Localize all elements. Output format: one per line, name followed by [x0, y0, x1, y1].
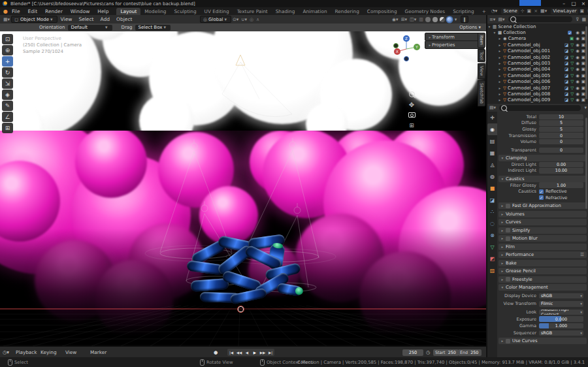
properties-editor-icon[interactable]: ▤▾	[489, 105, 496, 110]
section-checkbox[interactable]	[506, 204, 510, 208]
section-curves[interactable]: ▸Curves	[498, 219, 587, 225]
gizmos-dropdown-icon[interactable]: ⊞▾	[401, 17, 407, 22]
chevron-icon[interactable]: ▸	[498, 56, 502, 59]
xray-toggle-icon[interactable]: ▥	[419, 17, 423, 22]
chevron-down-icon[interactable]: ▾	[584, 105, 587, 110]
mode-dropdown[interactable]: ◻ Object Mode ▾	[11, 16, 57, 23]
properties-tab-particles[interactable]: ∴	[487, 206, 497, 217]
workspace-tab-scripting[interactable]: Scripting	[449, 8, 478, 15]
preset-menu-icon[interactable]: ☰	[580, 252, 584, 257]
proportional-falloff-icon[interactable]: ∧	[256, 17, 259, 22]
chevron-icon[interactable]: ▸	[498, 43, 502, 47]
next-keyframe-button[interactable]: ▶▶	[259, 349, 267, 356]
timeline-menu-playback[interactable]: Playback	[16, 347, 37, 358]
properties-tab-object[interactable]: ■	[487, 182, 497, 194]
outliner-editor-icon[interactable]: ≡▾	[489, 17, 495, 22]
properties-tab-world[interactable]: ◍	[487, 170, 497, 182]
viewport-zoom-button[interactable]	[406, 89, 417, 99]
section-performance[interactable]: ▸Performance☰	[498, 251, 587, 258]
view-layer-selector[interactable]: ViewLayer	[551, 8, 578, 14]
tool-scale-button[interactable]: ⇲	[2, 78, 13, 89]
outliner-row-canmodel_obj-001[interactable]: ▸▽Canmodel_obj.001◪▽◉▣	[487, 48, 588, 54]
play-reverse-button[interactable]: ◀	[243, 349, 251, 356]
outliner-row-canmodel_obj-009[interactable]: ▸▽Canmodel_obj.009◪▽◉▣	[487, 97, 588, 103]
tool-rotate-button[interactable]: ↻	[2, 67, 13, 78]
editor-type-icon[interactable]: ▦▾	[3, 17, 10, 22]
hide-eye-icon[interactable]: ◉	[576, 36, 580, 41]
section-checkbox[interactable]	[506, 228, 510, 232]
navigation-gizmo[interactable]: Z Y X	[391, 33, 422, 64]
minimize-button[interactable]: –	[559, 1, 568, 7]
workspace-tab-uv-editing[interactable]: UV Editing	[201, 8, 233, 15]
modifier-icon[interactable]: ◪	[564, 86, 568, 91]
shading-wireframe-icon[interactable]	[425, 17, 431, 22]
chevron-icon[interactable]: ▸	[498, 74, 502, 78]
current-frame-field[interactable]: 250	[402, 349, 423, 356]
sidebar-tab-sketchfab[interactable]: Sketchfab	[478, 80, 485, 106]
outliner-row-canmodel_obj[interactable]: ▸▽Canmodel_obj◪▽◉▣	[487, 42, 588, 48]
workspace-tab-animation[interactable]: Animation	[299, 8, 331, 15]
menu-help[interactable]: Help	[93, 8, 112, 14]
tool-transform-button[interactable]: ◈	[2, 89, 13, 100]
pin-icon[interactable]: ⊹	[521, 8, 525, 14]
section-freestyle[interactable]: ▸Freestyle	[498, 276, 587, 283]
prop-value-field[interactable]: 0	[539, 133, 583, 138]
overlays-dropdown-icon[interactable]: ◫▾	[410, 17, 416, 22]
visibility-dropdown-icon[interactable]: ◉▾	[392, 17, 399, 22]
properties-panel-collapsed[interactable]: ▸ Properties	[425, 40, 485, 49]
tool-move-button[interactable]: +	[2, 56, 13, 67]
shading-dropdown-icon[interactable]: ▾	[455, 17, 457, 22]
prop-value-field[interactable]: 0	[539, 148, 583, 153]
play-button[interactable]: ▶	[251, 349, 259, 356]
outliner-scrollbar[interactable]	[585, 26, 587, 99]
pivot-point-icon[interactable]: ⊙▾	[233, 17, 238, 22]
tool-annotate-button[interactable]: ✎	[2, 101, 13, 111]
checkbox[interactable]: ✓	[539, 195, 544, 200]
viewport-pan-button[interactable]: ✥	[406, 99, 417, 110]
modifier-icon[interactable]: ◪	[564, 48, 568, 54]
properties-search-input[interactable]	[499, 105, 581, 111]
modifier-icon[interactable]: ◪	[564, 55, 568, 60]
outliner-row-root[interactable]: ▾▥Scene Collection	[487, 24, 588, 29]
hide-eye-icon[interactable]: ◉	[576, 97, 580, 103]
outliner-row-canmodel_obj-007[interactable]: ▸▽Canmodel_obj.007◪▽◉▣	[487, 85, 588, 91]
hide-eye-icon[interactable]: ◉	[576, 91, 580, 97]
viewport-3d[interactable]: User Perspective (250) Collection | Came…	[0, 31, 486, 346]
collection-checkbox[interactable]: ✓	[568, 31, 572, 35]
outliner-row-canmodel_obj-004[interactable]: ▸▽Canmodel_obj.004◪▽◉▣	[487, 67, 588, 72]
pause-render-button[interactable]: ‖	[461, 16, 468, 23]
outliner-row-collection[interactable]: ▾▦Collection✓◉▣	[487, 29, 588, 35]
delete-scene-icon[interactable]: ×	[534, 8, 538, 14]
chevron-icon[interactable]: ▸	[498, 86, 502, 90]
transform-orientation-dropdown[interactable]: ◎ Global ▾	[200, 16, 231, 23]
workspace-tab-geometry-nodes[interactable]: Geometry Nodes	[401, 8, 449, 15]
prop-value-field[interactable]: 10	[539, 114, 583, 120]
checkbox[interactable]: ✓	[539, 189, 544, 194]
sidebar-tab-tool[interactable]: Tool	[478, 49, 485, 63]
outliner-row-canmodel_obj-006[interactable]: ▸▽Canmodel_obj.006◪▽◉▣	[487, 79, 588, 85]
section-checkbox[interactable]	[506, 339, 510, 343]
section-fast-gi-approximation[interactable]: ▸Fast GI Approximation	[498, 202, 587, 209]
select-field[interactable]: Filmic▾	[539, 301, 583, 307]
chevron-icon[interactable]: ▸	[498, 67, 502, 71]
viewport-menu-select[interactable]: Select	[75, 16, 97, 22]
section-checkbox[interactable]	[506, 277, 510, 281]
timeline-menu-keying[interactable]: Keying	[41, 347, 57, 358]
section-grease-pencil[interactable]: ▸Grease Pencil	[498, 268, 587, 274]
outliner-row-canmodel_obj-002[interactable]: ▸▽Canmodel_obj.002◪▽◉▣	[487, 54, 588, 60]
menu-render[interactable]: Render	[41, 8, 67, 14]
modifier-icon[interactable]: ◪	[564, 73, 568, 78]
viewport-menu-object[interactable]: Object	[113, 16, 135, 22]
properties-tab-physics[interactable]: ◌	[487, 217, 497, 229]
hide-eye-icon[interactable]: ◉	[576, 67, 580, 72]
section-simplify[interactable]: ▸Simplify	[498, 227, 587, 234]
filter-funnel-icon[interactable]: ⊽	[576, 17, 579, 22]
workspace-tab-texture-paint[interactable]: Texture Paint	[233, 8, 272, 15]
hide-eye-icon[interactable]: ◉	[576, 55, 580, 60]
prop-value-field[interactable]: 1.00	[539, 182, 583, 188]
snap-magnet-icon[interactable]: ∪▾	[241, 17, 247, 22]
tool-measure-button[interactable]: ∠	[2, 112, 13, 122]
sidebar-tab-item[interactable]: Item	[478, 33, 485, 48]
section-bake[interactable]: ▸Bake	[498, 260, 587, 266]
tool-cursor-button[interactable]: ⊕	[2, 45, 13, 56]
